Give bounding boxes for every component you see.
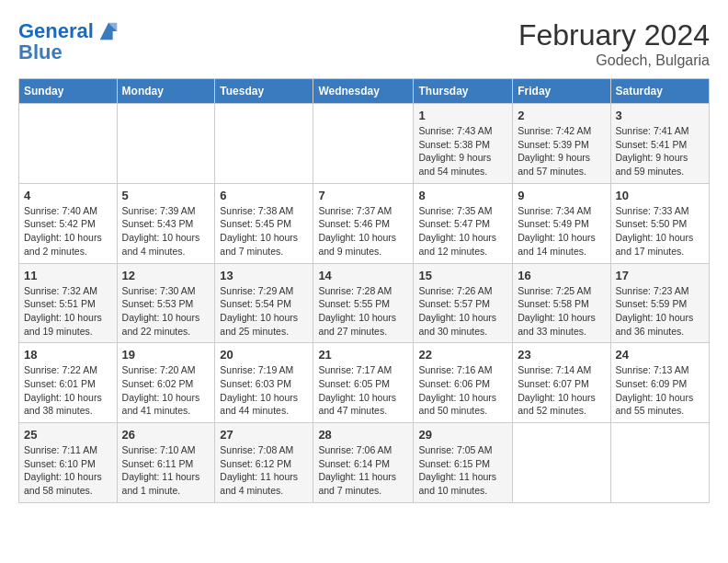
calendar-cell: 1Sunrise: 7:43 AM Sunset: 5:38 PM Daylig… <box>414 104 513 184</box>
day-info: Sunrise: 7:11 AM Sunset: 6:10 PM Dayligh… <box>24 443 112 498</box>
day-info: Sunrise: 7:10 AM Sunset: 6:11 PM Dayligh… <box>122 443 210 498</box>
calendar-cell <box>117 104 215 184</box>
logo: General Blue <box>18 18 121 64</box>
calendar-cell: 17Sunrise: 7:23 AM Sunset: 5:59 PM Dayli… <box>610 263 710 343</box>
day-number: 27 <box>220 428 308 442</box>
day-info: Sunrise: 7:22 AM Sunset: 6:01 PM Dayligh… <box>24 363 112 418</box>
calendar-cell: 7Sunrise: 7:37 AM Sunset: 5:46 PM Daylig… <box>313 183 414 263</box>
day-info: Sunrise: 7:39 AM Sunset: 5:43 PM Dayligh… <box>122 204 210 259</box>
calendar-cell: 8Sunrise: 7:35 AM Sunset: 5:47 PM Daylig… <box>414 183 513 263</box>
day-number: 1 <box>418 109 507 122</box>
day-info: Sunrise: 7:20 AM Sunset: 6:02 PM Dayligh… <box>122 363 210 418</box>
day-info: Sunrise: 7:35 AM Sunset: 5:47 PM Dayligh… <box>418 204 507 259</box>
calendar-cell: 10Sunrise: 7:33 AM Sunset: 5:50 PM Dayli… <box>610 183 710 263</box>
day-info: Sunrise: 7:05 AM Sunset: 6:15 PM Dayligh… <box>418 443 507 498</box>
weekday-header-wednesday: Wednesday <box>313 79 414 104</box>
calendar-cell: 4Sunrise: 7:40 AM Sunset: 5:42 PM Daylig… <box>19 183 118 263</box>
calendar-cell: 25Sunrise: 7:11 AM Sunset: 6:10 PM Dayli… <box>19 423 118 503</box>
day-number: 26 <box>122 428 210 442</box>
location: Godech, Bulgaria <box>518 52 710 69</box>
day-info: Sunrise: 7:32 AM Sunset: 5:51 PM Dayligh… <box>24 284 112 339</box>
calendar-cell: 26Sunrise: 7:10 AM Sunset: 6:11 PM Dayli… <box>117 423 215 503</box>
weekday-header-tuesday: Tuesday <box>215 79 313 104</box>
day-number: 25 <box>24 428 112 442</box>
calendar-cell: 21Sunrise: 7:17 AM Sunset: 6:05 PM Dayli… <box>313 343 414 423</box>
day-number: 23 <box>518 348 605 362</box>
day-number: 19 <box>122 348 210 362</box>
day-number: 4 <box>24 189 112 202</box>
calendar-cell <box>513 423 610 503</box>
calendar-cell: 19Sunrise: 7:20 AM Sunset: 6:02 PM Dayli… <box>117 343 215 423</box>
calendar-cell: 16Sunrise: 7:25 AM Sunset: 5:58 PM Dayli… <box>513 263 610 343</box>
day-number: 15 <box>418 269 507 282</box>
calendar-cell: 23Sunrise: 7:14 AM Sunset: 6:07 PM Dayli… <box>513 343 610 423</box>
calendar-cell <box>19 104 118 184</box>
calendar-cell <box>215 104 313 184</box>
day-info: Sunrise: 7:42 AM Sunset: 5:39 PM Dayligh… <box>518 124 605 178</box>
month-title: February 2024 <box>518 18 710 52</box>
calendar-table: SundayMondayTuesdayWednesdayThursdayFrid… <box>18 78 710 503</box>
day-info: Sunrise: 7:28 AM Sunset: 5:55 PM Dayligh… <box>318 284 408 339</box>
day-info: Sunrise: 7:13 AM Sunset: 6:09 PM Dayligh… <box>616 363 705 418</box>
calendar-cell: 11Sunrise: 7:32 AM Sunset: 5:51 PM Dayli… <box>19 263 118 343</box>
calendar-cell: 24Sunrise: 7:13 AM Sunset: 6:09 PM Dayli… <box>610 343 710 423</box>
day-number: 8 <box>418 189 507 202</box>
weekday-header-monday: Monday <box>117 79 215 104</box>
day-info: Sunrise: 7:08 AM Sunset: 6:12 PM Dayligh… <box>220 443 308 498</box>
day-number: 28 <box>318 428 408 442</box>
day-number: 12 <box>122 269 210 282</box>
calendar-cell: 12Sunrise: 7:30 AM Sunset: 5:53 PM Dayli… <box>117 263 215 343</box>
weekday-header-saturday: Saturday <box>610 79 710 104</box>
calendar-cell: 15Sunrise: 7:26 AM Sunset: 5:57 PM Dayli… <box>414 263 513 343</box>
day-number: 5 <box>122 189 210 202</box>
calendar-cell <box>313 104 414 184</box>
day-number: 9 <box>518 189 605 202</box>
calendar-cell: 28Sunrise: 7:06 AM Sunset: 6:14 PM Dayli… <box>313 423 414 503</box>
day-number: 10 <box>616 189 705 202</box>
calendar-cell: 22Sunrise: 7:16 AM Sunset: 6:06 PM Dayli… <box>414 343 513 423</box>
calendar-cell: 18Sunrise: 7:22 AM Sunset: 6:01 PM Dayli… <box>19 343 118 423</box>
page-header: General Blue February 2024 Godech, Bulga… <box>18 18 710 69</box>
calendar-cell: 27Sunrise: 7:08 AM Sunset: 6:12 PM Dayli… <box>215 423 313 503</box>
calendar-cell: 13Sunrise: 7:29 AM Sunset: 5:54 PM Dayli… <box>215 263 313 343</box>
weekday-header-friday: Friday <box>513 79 610 104</box>
day-info: Sunrise: 7:23 AM Sunset: 5:59 PM Dayligh… <box>616 284 705 339</box>
day-number: 2 <box>518 109 605 122</box>
logo-text: General <box>18 20 94 42</box>
day-info: Sunrise: 7:26 AM Sunset: 5:57 PM Dayligh… <box>418 284 507 339</box>
day-number: 22 <box>418 348 507 362</box>
day-number: 14 <box>318 269 408 282</box>
day-number: 21 <box>318 348 408 362</box>
day-info: Sunrise: 7:38 AM Sunset: 5:45 PM Dayligh… <box>220 204 308 259</box>
calendar-cell <box>610 423 710 503</box>
day-info: Sunrise: 7:06 AM Sunset: 6:14 PM Dayligh… <box>318 443 408 498</box>
day-info: Sunrise: 7:41 AM Sunset: 5:41 PM Dayligh… <box>616 124 705 178</box>
day-number: 18 <box>24 348 112 362</box>
day-number: 29 <box>418 428 507 442</box>
day-number: 17 <box>616 269 705 282</box>
title-block: February 2024 Godech, Bulgaria <box>518 18 710 69</box>
day-number: 13 <box>220 269 308 282</box>
calendar-cell: 3Sunrise: 7:41 AM Sunset: 5:41 PM Daylig… <box>610 104 710 184</box>
weekday-header-sunday: Sunday <box>19 79 118 104</box>
calendar-cell: 2Sunrise: 7:42 AM Sunset: 5:39 PM Daylig… <box>513 104 610 184</box>
calendar-cell: 20Sunrise: 7:19 AM Sunset: 6:03 PM Dayli… <box>215 343 313 423</box>
day-info: Sunrise: 7:25 AM Sunset: 5:58 PM Dayligh… <box>518 284 605 339</box>
calendar-cell: 9Sunrise: 7:34 AM Sunset: 5:49 PM Daylig… <box>513 183 610 263</box>
day-info: Sunrise: 7:30 AM Sunset: 5:53 PM Dayligh… <box>122 284 210 339</box>
day-info: Sunrise: 7:29 AM Sunset: 5:54 PM Dayligh… <box>220 284 308 339</box>
day-info: Sunrise: 7:16 AM Sunset: 6:06 PM Dayligh… <box>418 363 507 418</box>
day-number: 16 <box>518 269 605 282</box>
day-info: Sunrise: 7:19 AM Sunset: 6:03 PM Dayligh… <box>220 363 308 418</box>
day-info: Sunrise: 7:34 AM Sunset: 5:49 PM Dayligh… <box>518 204 605 259</box>
day-number: 3 <box>616 109 705 122</box>
day-number: 24 <box>616 348 705 362</box>
calendar-cell: 14Sunrise: 7:28 AM Sunset: 5:55 PM Dayli… <box>313 263 414 343</box>
day-number: 20 <box>220 348 308 362</box>
day-number: 6 <box>220 189 308 202</box>
day-number: 11 <box>24 269 112 282</box>
day-info: Sunrise: 7:17 AM Sunset: 6:05 PM Dayligh… <box>318 363 408 418</box>
day-info: Sunrise: 7:33 AM Sunset: 5:50 PM Dayligh… <box>616 204 705 259</box>
day-number: 7 <box>318 189 408 202</box>
day-info: Sunrise: 7:43 AM Sunset: 5:38 PM Dayligh… <box>418 124 507 178</box>
